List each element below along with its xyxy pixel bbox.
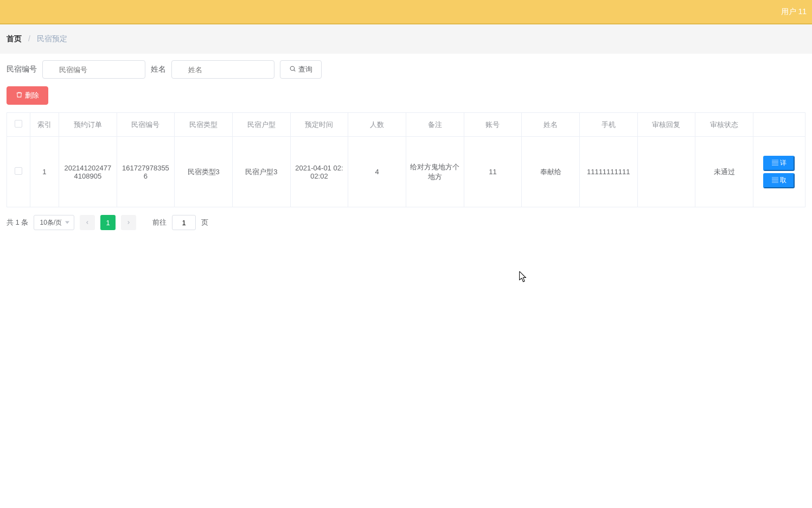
page-size-value: 10条/页 bbox=[40, 218, 62, 227]
col-time: 预定时间 bbox=[290, 113, 348, 137]
cell-reply bbox=[637, 137, 695, 207]
col-house: 民宿户型 bbox=[232, 113, 290, 137]
cancel-button[interactable]: ▤ 取 bbox=[763, 173, 795, 188]
goto-input[interactable] bbox=[172, 215, 196, 230]
detail-button[interactable]: ▤ 详 bbox=[763, 156, 795, 171]
page-size-select[interactable]: 10条/页 bbox=[34, 215, 74, 230]
name-input[interactable] bbox=[171, 60, 274, 79]
top-bar: 用户 11 bbox=[0, 0, 812, 24]
search-row: 民宿编号 姓名 查询 bbox=[7, 60, 805, 79]
cancel-label: 取 bbox=[780, 176, 787, 184]
prev-page-button[interactable] bbox=[80, 215, 95, 230]
query-label: 查询 bbox=[298, 65, 312, 74]
table-row: 1 2021412024774108905 1617279783556 民宿类型… bbox=[7, 137, 805, 207]
row-checkbox[interactable] bbox=[15, 167, 22, 175]
cell-note: 给对方鬼地方个地方 bbox=[406, 137, 464, 207]
code-input[interactable] bbox=[42, 60, 145, 79]
document-icon: ▤ bbox=[772, 159, 778, 167]
name-label: 姓名 bbox=[151, 65, 166, 74]
action-row: 删除 bbox=[7, 86, 805, 105]
col-code: 民宿编号 bbox=[117, 113, 175, 137]
delete-button[interactable]: 删除 bbox=[7, 86, 48, 105]
table-header-row: 索引 预约订单 民宿编号 民宿类型 民宿户型 预定时间 人数 备注 账号 姓名 … bbox=[7, 113, 805, 137]
cell-type: 民宿类型3 bbox=[175, 137, 233, 207]
col-order: 预约订单 bbox=[59, 113, 117, 137]
page-suffix: 页 bbox=[201, 218, 208, 227]
breadcrumb-home[interactable]: 首页 bbox=[7, 34, 22, 43]
cell-people: 4 bbox=[348, 137, 406, 207]
search-icon bbox=[289, 65, 296, 74]
svg-line-5 bbox=[294, 70, 296, 72]
cell-phone: 11111111111 bbox=[579, 137, 637, 207]
document-icon: ▤ bbox=[772, 176, 778, 184]
breadcrumb-current: 民宿预定 bbox=[37, 34, 67, 43]
cell-code: 1617279783556 bbox=[117, 137, 175, 207]
cell-name: 奉献给 bbox=[522, 137, 580, 207]
col-actions bbox=[753, 113, 805, 137]
select-all-checkbox[interactable] bbox=[15, 120, 22, 128]
col-people: 人数 bbox=[348, 113, 406, 137]
col-index: 索引 bbox=[30, 113, 59, 137]
breadcrumb-separator: / bbox=[28, 34, 30, 43]
col-note: 备注 bbox=[406, 113, 464, 137]
data-table: 索引 预约订单 民宿编号 民宿类型 民宿户型 预定时间 人数 备注 账号 姓名 … bbox=[7, 112, 805, 207]
col-name: 姓名 bbox=[522, 113, 580, 137]
col-phone: 手机 bbox=[579, 113, 637, 137]
cell-time: 2021-04-01 02:02:02 bbox=[290, 137, 348, 207]
goto-label: 前往 bbox=[152, 218, 167, 227]
delete-label: 删除 bbox=[25, 91, 39, 100]
page-1-button[interactable]: 1 bbox=[100, 215, 116, 230]
cell-index: 1 bbox=[30, 137, 59, 207]
detail-label: 详 bbox=[780, 159, 787, 167]
cell-account: 11 bbox=[464, 137, 522, 207]
col-reply: 审核回复 bbox=[637, 113, 695, 137]
query-button[interactable]: 查询 bbox=[280, 60, 322, 79]
svg-point-4 bbox=[290, 66, 295, 71]
col-status: 审核状态 bbox=[695, 113, 753, 137]
cell-house: 民宿户型3 bbox=[232, 137, 290, 207]
chevron-left-icon bbox=[85, 220, 90, 225]
next-page-button[interactable] bbox=[121, 215, 136, 230]
cell-actions: ▤ 详 ▤ 取 bbox=[753, 137, 805, 207]
code-label: 民宿编号 bbox=[7, 65, 37, 74]
chevron-right-icon bbox=[126, 220, 131, 225]
pagination: 共 1 条 10条/页 1 前往 页 bbox=[7, 215, 805, 230]
col-account: 账号 bbox=[464, 113, 522, 137]
total-text: 共 1 条 bbox=[7, 218, 28, 227]
col-type: 民宿类型 bbox=[175, 113, 233, 137]
cell-status: 未通过 bbox=[695, 137, 753, 207]
breadcrumb: 首页 / 民宿预定 bbox=[0, 24, 812, 54]
user-label: 用户 11 bbox=[781, 7, 807, 17]
cell-order: 2021412024774108905 bbox=[59, 137, 117, 207]
trash-icon bbox=[16, 91, 23, 100]
